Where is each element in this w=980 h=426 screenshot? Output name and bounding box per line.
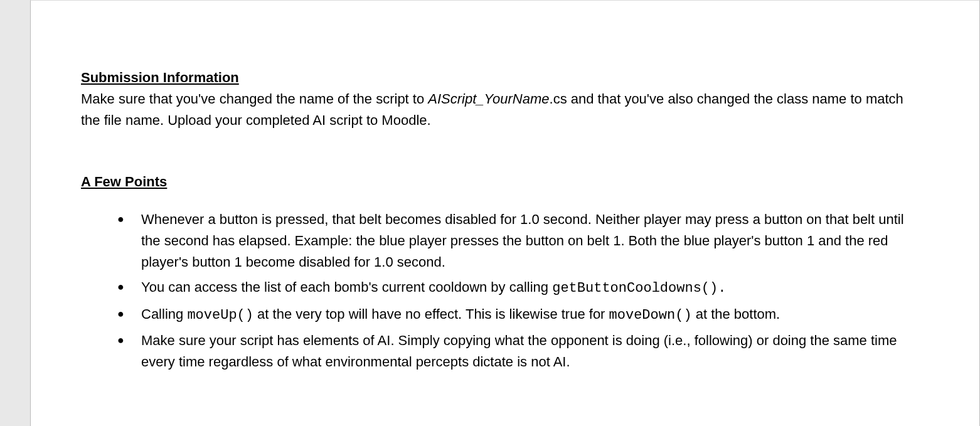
submission-filename-ext: .cs — [550, 91, 567, 107]
submission-heading: Submission Information — [81, 70, 923, 86]
section-gap — [81, 135, 923, 174]
list-item-text-pre: Calling — [141, 306, 187, 322]
bullet-icon: ● — [117, 330, 124, 350]
points-heading: A Few Points — [81, 174, 923, 190]
list-item: ● Make sure your script has elements of … — [141, 330, 923, 373]
bullet-icon: ● — [117, 209, 124, 229]
document-page: Submission Information Make sure that yo… — [30, 0, 980, 426]
code-snippet: moveUp() — [187, 307, 253, 323]
submission-paragraph: Make sure that you've changed the name o… — [81, 88, 923, 131]
list-item-text-mid: at the very top will have no effect. Thi… — [253, 306, 609, 322]
list-item-text-pre: You can access the list of each bomb's c… — [141, 279, 552, 295]
list-item: ● You can access the list of each bomb's… — [141, 277, 923, 299]
list-item-text: Make sure your script has elements of AI… — [141, 333, 897, 370]
submission-filename-italic: AIScript_YourName — [428, 91, 549, 107]
list-item: ● Calling moveUp() at the very top will … — [141, 304, 923, 326]
list-item-text-post: at the bottom. — [692, 306, 780, 322]
code-snippet: getButtonCooldowns(). — [552, 280, 726, 296]
submission-text-part1: Make sure that you've changed the name o… — [81, 91, 428, 107]
list-item-text: Whenever a button is pressed, that belt … — [141, 211, 904, 270]
bullet-icon: ● — [117, 304, 124, 324]
points-list: ● Whenever a button is pressed, that bel… — [141, 209, 923, 373]
list-item: ● Whenever a button is pressed, that bel… — [141, 209, 923, 273]
bullet-icon: ● — [117, 277, 124, 297]
code-snippet: moveDown() — [609, 307, 692, 323]
